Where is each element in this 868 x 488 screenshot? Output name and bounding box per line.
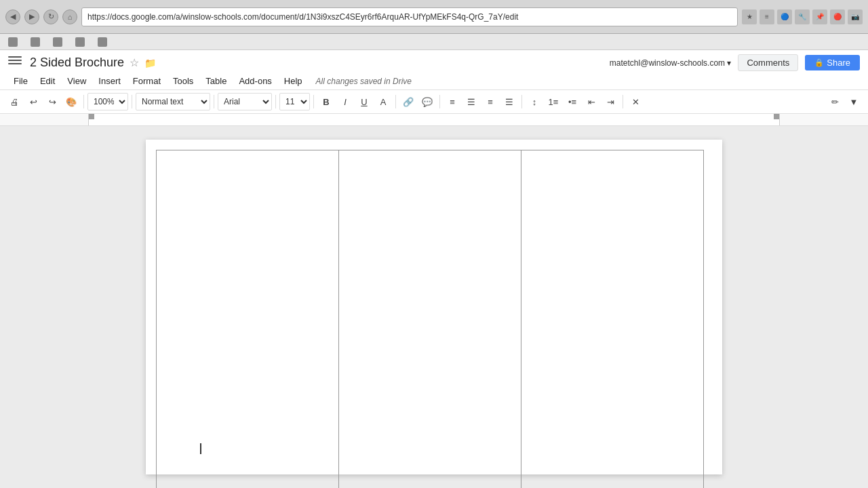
divider-7: [439, 95, 440, 108]
divider-3: [214, 95, 214, 108]
undo-button[interactable]: ↩: [24, 93, 42, 110]
menu-tools[interactable]: Tools: [167, 74, 199, 88]
align-justify-button[interactable]: ☰: [500, 93, 518, 110]
browser-menu-icon[interactable]: ≡: [760, 9, 774, 24]
title-left: 2 Sided Brochure ☆ 📁: [8, 56, 156, 70]
autosave-status: All changes saved in Drive: [316, 77, 412, 86]
divider-1: [83, 95, 84, 108]
document-table: [156, 150, 704, 488]
font-select[interactable]: Arial: [218, 93, 272, 110]
menu-edit[interactable]: Edit: [35, 74, 60, 88]
bookmark-icon-2: [31, 37, 40, 47]
forward-button[interactable]: ▶: [24, 9, 39, 24]
clear-format-button[interactable]: ✕: [627, 93, 644, 110]
browser-chrome: ◀ ▶ ↻ ⌂ https://docs.google.com/a/winslo…: [0, 0, 868, 34]
style-select[interactable]: Normal text: [136, 93, 210, 110]
title-right: matetchl@winslow-schools.com ▾ Comments …: [610, 54, 860, 71]
menu-help[interactable]: Help: [279, 74, 308, 88]
bookmark-icon-5: [98, 37, 107, 47]
bookmark-1[interactable]: [4, 35, 24, 49]
ruler: [0, 114, 868, 126]
extension-icon-5[interactable]: 📷: [848, 9, 863, 24]
bookmark-5[interactable]: [94, 35, 113, 49]
text-color-button[interactable]: A: [374, 93, 392, 110]
increase-indent-button[interactable]: ⇥: [601, 93, 619, 110]
align-center-button[interactable]: ☰: [462, 93, 480, 110]
align-right-button[interactable]: ≡: [481, 93, 499, 110]
ruler-area: [88, 114, 780, 125]
title-bar: 2 Sided Brochure ☆ 📁 matetchl@winslow-sc…: [0, 50, 868, 73]
divider-6: [395, 95, 396, 108]
back-button[interactable]: ◀: [5, 9, 20, 24]
bookmark-icon-1: [8, 37, 18, 47]
italic-button[interactable]: I: [336, 93, 354, 110]
table-cell-3[interactable]: [521, 150, 703, 489]
menu-file[interactable]: File: [8, 74, 33, 88]
extension-icon-4[interactable]: 🔴: [830, 9, 845, 24]
menu-format[interactable]: Format: [127, 74, 166, 88]
zoom-select[interactable]: 100%: [87, 93, 128, 110]
font-size-select[interactable]: 11: [279, 93, 310, 110]
document-title[interactable]: 2 Sided Brochure: [30, 56, 124, 70]
bold-button[interactable]: B: [317, 93, 335, 110]
bookmark-icon-4: [75, 37, 85, 47]
share-button[interactable]: 🔒 Share: [805, 55, 860, 70]
menu-view[interactable]: View: [62, 74, 92, 88]
decrease-indent-button[interactable]: ⇤: [583, 93, 600, 110]
extension-icon-2[interactable]: 🔧: [795, 9, 810, 24]
user-email[interactable]: matetchl@winslow-schools.com ▾: [610, 58, 732, 68]
menu-bar: File Edit View Insert Format Tools Table…: [0, 73, 868, 89]
bookmark-4[interactable]: [71, 35, 91, 49]
app-container: 2 Sided Brochure ☆ 📁 matetchl@winslow-sc…: [0, 50, 868, 488]
bookmark-2[interactable]: [26, 35, 46, 49]
divider-4: [275, 95, 276, 108]
more-tools-button[interactable]: ▼: [845, 93, 863, 110]
table-cell-1[interactable]: [157, 150, 339, 489]
menu-insert[interactable]: Insert: [93, 74, 126, 88]
bookmarks-bar: [0, 34, 868, 50]
star-icon[interactable]: ☆: [130, 56, 139, 69]
bookmark-3[interactable]: [49, 35, 68, 49]
url-bar[interactable]: https://docs.google.com/a/winslow-school…: [81, 7, 738, 26]
line-spacing-button[interactable]: ↕: [526, 93, 543, 110]
numbered-list-button[interactable]: 1≡: [545, 93, 562, 110]
url-text: https://docs.google.com/a/winslow-school…: [87, 12, 518, 22]
extension-icon-1[interactable]: 🔵: [777, 9, 792, 24]
bulleted-list-button[interactable]: •≡: [564, 93, 581, 110]
underline-button[interactable]: U: [355, 93, 373, 110]
hamburger-line-2: [8, 60, 22, 61]
hamburger-line-3: [8, 63, 22, 64]
comment-button[interactable]: 💬: [418, 93, 436, 110]
link-button[interactable]: 🔗: [399, 93, 417, 110]
share-label: Share: [827, 58, 850, 68]
bookmark-icon[interactable]: ★: [742, 9, 757, 24]
ruler-right-handle[interactable]: [774, 114, 779, 119]
divider-8: [521, 95, 522, 108]
document-page: [146, 140, 722, 474]
divider-5: [313, 95, 314, 108]
divider-2: [132, 95, 132, 108]
menu-table[interactable]: Table: [200, 74, 232, 88]
toolbar: 🖨 ↩ ↪ 🎨 100% Normal text Arial 11 B I U …: [0, 90, 868, 114]
extension-icon-3[interactable]: 📌: [812, 9, 827, 24]
table-cell-2[interactable]: [338, 150, 521, 489]
browser-actions: ★ ≡ 🔵 🔧 📌 🔴 📷: [742, 9, 863, 24]
menu-addons[interactable]: Add-ons: [233, 74, 277, 88]
redo-button[interactable]: ↪: [43, 93, 61, 110]
pencil-button[interactable]: ✏: [826, 93, 844, 110]
hamburger-line-1: [8, 56, 22, 58]
print-button[interactable]: 🖨: [5, 93, 23, 110]
folder-icon[interactable]: 📁: [144, 58, 156, 68]
bookmark-icon-3: [53, 37, 62, 47]
text-cursor: [200, 443, 201, 454]
comments-button[interactable]: Comments: [738, 54, 798, 71]
lock-icon: 🔒: [814, 58, 824, 67]
ruler-left-handle[interactable]: [89, 114, 94, 119]
paint-format-button[interactable]: 🎨: [62, 93, 80, 110]
home-button[interactable]: ⌂: [62, 9, 77, 24]
docs-header: 2 Sided Brochure ☆ 📁 matetchl@winslow-sc…: [0, 50, 868, 90]
document-content-area[interactable]: [0, 126, 868, 488]
sidebar-toggle-button[interactable]: [8, 56, 22, 70]
reload-button[interactable]: ↻: [43, 9, 58, 24]
align-left-button[interactable]: ≡: [443, 93, 461, 110]
